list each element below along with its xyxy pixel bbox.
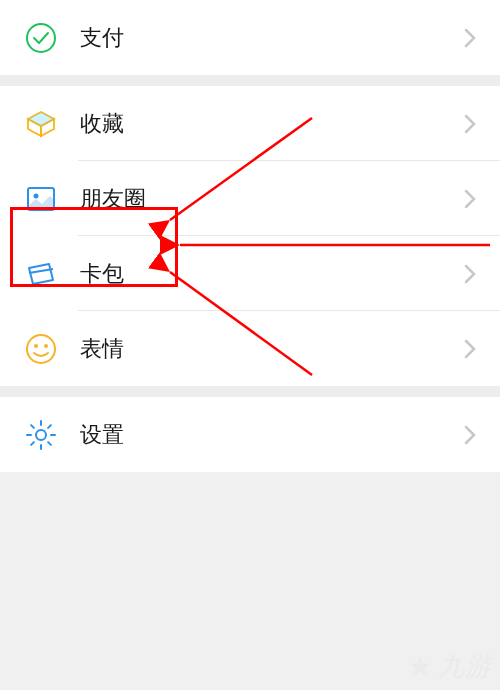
svg-line-14 [48,425,51,428]
row-label: 收藏 [80,109,464,139]
chevron-right-icon [464,339,476,359]
row-cards[interactable]: 卡包 [0,236,500,311]
row-label: 朋友圈 [80,184,464,214]
moments-icon [24,182,58,216]
section-gap [0,386,500,397]
chevron-right-icon [464,264,476,284]
row-favorites[interactable]: 收藏 [0,86,500,161]
row-label: 卡包 [80,259,464,289]
row-label: 设置 [80,420,464,450]
svg-point-0 [27,24,55,52]
svg-line-13 [31,442,34,445]
svg-point-2 [34,193,39,198]
row-settings[interactable]: 设置 [0,397,500,472]
chevron-right-icon [464,425,476,445]
section-middle: 收藏 朋友圈 卡包 [0,86,500,386]
watermark-logo-icon [408,655,432,679]
chevron-right-icon [464,114,476,134]
pay-icon [24,21,58,55]
watermark-text: 九游 [438,649,492,684]
row-label: 表情 [80,334,464,364]
row-moments[interactable]: 朋友圈 [0,161,500,236]
chevron-right-icon [464,28,476,48]
row-label: 支付 [80,23,464,53]
section-pay: 支付 [0,0,500,75]
row-pay[interactable]: 支付 [0,0,500,75]
settings-icon [24,418,58,452]
svg-point-5 [44,344,48,348]
section-settings: 设置 [0,397,500,472]
stickers-icon [24,332,58,366]
cards-icon [24,257,58,291]
favorites-icon [24,107,58,141]
row-stickers[interactable]: 表情 [0,311,500,386]
section-gap [0,75,500,86]
svg-line-12 [48,442,51,445]
svg-point-3 [27,335,55,363]
svg-line-11 [31,425,34,428]
watermark: 九游 [408,649,492,684]
svg-point-6 [36,430,46,440]
svg-point-4 [34,344,38,348]
chevron-right-icon [464,189,476,209]
